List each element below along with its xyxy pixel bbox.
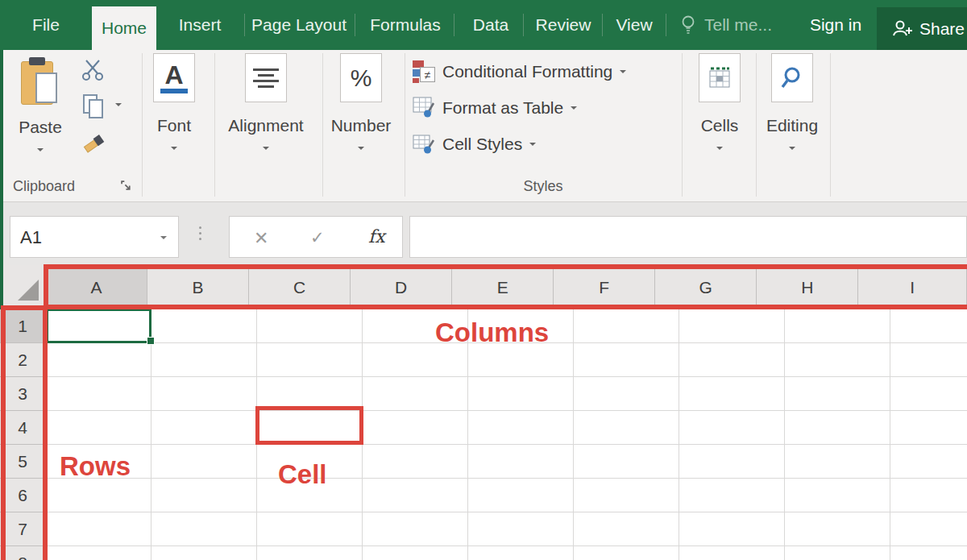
- number-group-label: Number: [331, 116, 392, 135]
- tab-separator: [355, 14, 355, 36]
- clipboard-group-label: Clipboard: [13, 178, 75, 195]
- cell-annotation-label: Cell: [278, 459, 327, 490]
- select-all-button[interactable]: [0, 265, 46, 309]
- format-as-table-icon: [413, 97, 435, 118]
- cell-styles-icon: [413, 133, 435, 155]
- group-separator: [682, 53, 683, 197]
- group-separator: [142, 53, 143, 197]
- select-all-triangle-icon: [18, 280, 39, 301]
- tab-separator: [666, 14, 666, 36]
- tab-review-label: Review: [536, 15, 591, 35]
- conditional-formatting-label: Conditional Formatting: [442, 62, 612, 81]
- name-box-value: A1: [20, 227, 42, 248]
- cell-styles-caret: [529, 143, 536, 146]
- format-as-table-caret: [571, 106, 577, 110]
- share-button[interactable]: Share: [877, 7, 967, 50]
- insert-function-icon[interactable]: fx: [368, 226, 385, 247]
- cut-button[interactable]: [81, 59, 105, 85]
- columns-annotation-label: Columns: [435, 317, 549, 348]
- number-dropdown-caret[interactable]: [358, 147, 364, 150]
- cell-highlight-box: [255, 406, 363, 445]
- paste-label: Paste: [19, 118, 62, 137]
- columns-highlight-box: [44, 264, 967, 309]
- tab-view-label: View: [616, 15, 652, 35]
- namebox-splitter[interactable]: [199, 226, 201, 240]
- percent-icon: %: [351, 64, 372, 92]
- group-separator: [322, 53, 323, 197]
- name-box-caret[interactable]: [160, 236, 167, 239]
- tab-file[interactable]: File: [21, 0, 71, 50]
- format-painter-icon: [79, 131, 108, 156]
- tab-separator: [523, 14, 524, 36]
- cell-styles-label: Cell Styles: [442, 135, 522, 154]
- tab-insert[interactable]: Insert: [161, 0, 239, 50]
- window-edge-strip: [0, 50, 3, 309]
- tab-review[interactable]: Review: [530, 0, 596, 50]
- find-select-icon: [780, 66, 804, 90]
- editing-button[interactable]: [771, 53, 813, 102]
- paste-dropdown-caret: [37, 148, 44, 151]
- conditional-formatting-button[interactable]: ≠ Conditional Formatting: [413, 60, 626, 83]
- fill-handle[interactable]: [147, 337, 155, 345]
- add-person-icon: [891, 19, 913, 39]
- lightbulb-icon: [679, 15, 697, 35]
- clipboard-dialog-launcher[interactable]: [121, 180, 132, 195]
- ribbon-tab-bar: File Home Insert Page Layout Formulas Da…: [0, 0, 967, 50]
- ribbon: Paste: [0, 50, 967, 202]
- excel-window: File Home Insert Page Layout Formulas Da…: [0, 0, 967, 560]
- tell-me-label: Tell me...: [704, 15, 772, 35]
- font-icon: A: [160, 63, 188, 93]
- dialog-launcher-icon: [121, 180, 132, 192]
- tab-home[interactable]: Home: [92, 6, 156, 50]
- alignment-button[interactable]: [245, 53, 287, 102]
- group-separator: [214, 53, 215, 197]
- cells-group-label: Cells: [701, 116, 739, 135]
- font-dropdown-caret[interactable]: [171, 147, 177, 150]
- rows-highlight-box: [1, 305, 48, 560]
- group-separator: [405, 53, 405, 197]
- sign-in-button[interactable]: Sign in: [804, 0, 867, 50]
- rows-annotation-label: Rows: [60, 451, 131, 482]
- sign-in-label: Sign in: [810, 15, 861, 35]
- conditional-formatting-caret: [620, 70, 626, 73]
- tab-separator: [244, 14, 245, 36]
- scissors-icon: [81, 59, 105, 81]
- formula-bar-row: A1 ✕ ✓ fx: [0, 202, 967, 265]
- group-separator: [830, 53, 831, 197]
- alignment-group-label: Alignment: [228, 116, 303, 135]
- editing-dropdown-caret[interactable]: [789, 147, 795, 150]
- tab-data[interactable]: Data: [464, 0, 517, 50]
- cells-button[interactable]: [699, 53, 741, 102]
- tab-view[interactable]: View: [609, 0, 659, 50]
- cell-styles-button[interactable]: Cell Styles: [413, 133, 536, 155]
- format-painter-button[interactable]: [79, 131, 108, 160]
- number-button[interactable]: %: [340, 53, 382, 102]
- selected-cell-a1[interactable]: [46, 309, 151, 343]
- cancel-icon[interactable]: ✕: [254, 228, 268, 249]
- formula-input[interactable]: [409, 216, 967, 258]
- tab-formulas[interactable]: Formulas: [363, 0, 448, 50]
- name-box[interactable]: A1: [10, 216, 179, 258]
- conditional-formatting-icon: ≠: [413, 60, 435, 83]
- cells-table-icon: [708, 67, 731, 89]
- tab-page-layout[interactable]: Page Layout: [250, 0, 348, 50]
- formula-buttons: ✕ ✓ fx: [229, 216, 403, 258]
- tab-page-layout-label: Page Layout: [251, 15, 347, 35]
- font-group-label: Font: [157, 116, 191, 135]
- tab-insert-label: Insert: [179, 15, 222, 35]
- copy-dropdown-caret: [115, 103, 122, 106]
- paste-button[interactable]: Paste: [6, 52, 74, 156]
- tell-me-box[interactable]: Tell me...: [679, 15, 772, 35]
- tab-home-label: Home: [102, 19, 147, 38]
- group-separator: [756, 53, 757, 197]
- enter-icon[interactable]: ✓: [310, 228, 325, 247]
- tab-separator: [454, 14, 454, 36]
- cells-dropdown-caret[interactable]: [716, 147, 723, 150]
- font-button[interactable]: A: [153, 53, 195, 102]
- alignment-dropdown-caret[interactable]: [263, 147, 269, 150]
- tab-data-label: Data: [473, 15, 508, 35]
- format-as-table-button[interactable]: Format as Table: [413, 97, 577, 118]
- tab-separator: [602, 14, 603, 36]
- editing-group-label: Editing: [766, 116, 818, 135]
- format-as-table-label: Format as Table: [442, 98, 563, 118]
